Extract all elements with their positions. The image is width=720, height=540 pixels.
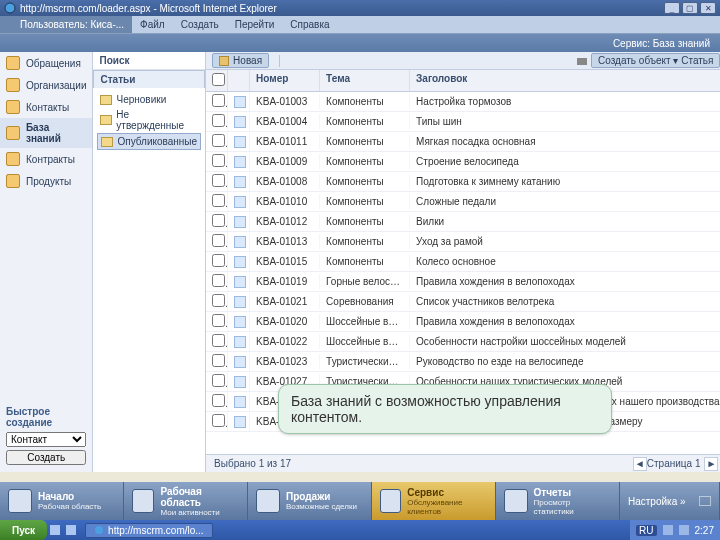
close-button[interactable]: ✕ bbox=[700, 2, 716, 14]
tree-tab-search[interactable]: Поиск bbox=[93, 52, 205, 70]
table-row[interactable]: KBA-01004КомпонентыТипы шин bbox=[206, 112, 720, 132]
row-checkbox[interactable] bbox=[206, 292, 228, 311]
row-checkbox[interactable] bbox=[206, 312, 228, 331]
grid-header-topic[interactable]: Тема bbox=[320, 70, 410, 91]
menu-item[interactable]: Перейти bbox=[227, 19, 283, 30]
create-object-menu[interactable]: Создать объект ▾ Статья bbox=[591, 53, 720, 68]
module-tab[interactable]: ОтчетыПросмотр статистики bbox=[496, 482, 620, 520]
cell-topic: Компоненты bbox=[320, 174, 410, 189]
row-checkbox[interactable] bbox=[206, 332, 228, 351]
article-icon bbox=[234, 356, 246, 368]
table-row[interactable]: KBA-01011КомпонентыМягкая посадка основн… bbox=[206, 132, 720, 152]
grid-header-title[interactable]: Заголовок bbox=[410, 70, 720, 91]
cell-topic: Компоненты bbox=[320, 154, 410, 169]
quick-create-button[interactable]: Создать bbox=[6, 450, 86, 465]
row-checkbox[interactable] bbox=[206, 172, 228, 191]
grid-toolbar: Новая Создать объект ▾ Статья bbox=[206, 52, 720, 70]
cell-number: KBA-01020 bbox=[250, 314, 320, 329]
quick-create-select[interactable]: Контакт bbox=[6, 432, 86, 447]
new-article-button[interactable]: Новая bbox=[212, 53, 269, 68]
row-checkbox[interactable] bbox=[206, 372, 228, 391]
menu-item[interactable]: Создать bbox=[173, 19, 227, 30]
row-checkbox[interactable] bbox=[206, 232, 228, 251]
tree-tab-articles[interactable]: Статьи bbox=[93, 70, 205, 88]
row-checkbox[interactable] bbox=[206, 272, 228, 291]
svg-point-0 bbox=[5, 3, 15, 13]
language-indicator[interactable]: RU bbox=[636, 525, 656, 536]
leftnav-item[interactable]: База знаний bbox=[0, 118, 92, 148]
row-checkbox[interactable] bbox=[206, 132, 228, 151]
module-title: Начало bbox=[38, 491, 101, 502]
leftnav-item[interactable]: Продукты bbox=[0, 170, 92, 192]
cell-title: Подготовка к зимнему катанию bbox=[410, 174, 720, 189]
article-icon bbox=[234, 176, 246, 188]
leftnav-item[interactable]: Обращения bbox=[0, 52, 92, 74]
module-configure[interactable]: Настройка » bbox=[620, 482, 720, 520]
leftnav-item[interactable]: Контакты bbox=[0, 96, 92, 118]
page-prev-button[interactable]: ◄ bbox=[633, 457, 647, 471]
menu-item[interactable]: Справка bbox=[282, 19, 337, 30]
windows-taskbar: Пуск http://mscrm.com/lo... RU 2:27 bbox=[0, 520, 720, 540]
tree-node[interactable]: Черновики bbox=[97, 92, 201, 107]
page-next-button[interactable]: ► bbox=[704, 457, 718, 471]
table-row[interactable]: KBA-01021СоревнованияСписок участников в… bbox=[206, 292, 720, 312]
tray-icon[interactable] bbox=[679, 525, 689, 535]
cell-title: Правила хождения в велопоходах bbox=[410, 314, 720, 329]
svg-rect-5 bbox=[663, 525, 673, 535]
leftnav-item[interactable]: Организации bbox=[0, 74, 92, 96]
section-title: Сервис: База знаний bbox=[613, 38, 710, 49]
leftnav-label: База знаний bbox=[26, 122, 87, 144]
article-icon bbox=[234, 336, 246, 348]
table-row[interactable]: KBA-01008КомпонентыПодготовка к зимнему … bbox=[206, 172, 720, 192]
module-icon bbox=[504, 489, 528, 513]
row-checkbox[interactable] bbox=[206, 92, 228, 111]
table-row[interactable]: KBA-01019Горные велосип...Правила хожден… bbox=[206, 272, 720, 292]
module-tab[interactable]: ПродажиВозможные сделки bbox=[248, 482, 372, 520]
module-tab[interactable]: СервисОбслуживание клиентов bbox=[372, 482, 496, 520]
grid-header-checkbox[interactable] bbox=[206, 70, 228, 91]
menu-item[interactable]: Файл bbox=[132, 19, 173, 30]
row-checkbox[interactable] bbox=[206, 352, 228, 371]
cell-title: Список участников велотрека bbox=[410, 294, 720, 309]
start-button[interactable]: Пуск bbox=[0, 520, 47, 540]
folder-icon bbox=[6, 56, 20, 70]
quick-create-header: Быстрое создание bbox=[6, 406, 86, 428]
row-checkbox[interactable] bbox=[206, 252, 228, 271]
row-checkbox[interactable] bbox=[206, 192, 228, 211]
cell-title: Руководство по езде на велосипеде bbox=[410, 354, 720, 369]
row-checkbox[interactable] bbox=[206, 392, 228, 411]
module-tab[interactable]: Рабочая областьМои активности bbox=[124, 482, 248, 520]
tray-icon[interactable] bbox=[663, 525, 673, 535]
row-checkbox[interactable] bbox=[206, 152, 228, 171]
table-row[interactable]: KBA-01012КомпонентыВилки bbox=[206, 212, 720, 232]
grid-header-num[interactable]: Номер bbox=[250, 70, 320, 91]
table-row[interactable]: KBA-01003КомпонентыНастройка тормозов bbox=[206, 92, 720, 112]
tree-node[interactable]: Не утвержденные bbox=[97, 107, 201, 133]
row-checkbox[interactable] bbox=[206, 212, 228, 231]
tree-node-label: Опубликованные bbox=[117, 136, 197, 147]
table-row[interactable]: KBA-01013КомпонентыУход за рамой bbox=[206, 232, 720, 252]
table-row[interactable]: KBA-01020Шоссейные вело...Правила хожден… bbox=[206, 312, 720, 332]
minimize-button[interactable]: _ bbox=[664, 2, 680, 14]
row-checkbox[interactable] bbox=[206, 412, 228, 431]
quicklaunch-icon[interactable] bbox=[66, 525, 76, 535]
table-row[interactable]: KBA-01009КомпонентыСтроение велосипеда bbox=[206, 152, 720, 172]
leftnav-item[interactable]: Контракты bbox=[0, 148, 92, 170]
row-checkbox[interactable] bbox=[206, 112, 228, 131]
print-icon[interactable] bbox=[577, 56, 587, 66]
table-row[interactable]: KBA-01015КомпонентыКолесо основное bbox=[206, 252, 720, 272]
tree-node[interactable]: Опубликованные bbox=[97, 133, 201, 150]
article-icon bbox=[234, 116, 246, 128]
cell-topic: Шоссейные вело... bbox=[320, 314, 410, 329]
table-row[interactable]: KBA-01023Туристические в...Руководство п… bbox=[206, 352, 720, 372]
taskbar-item-ie[interactable]: http://mscrm.com/lo... bbox=[85, 523, 213, 538]
article-icon bbox=[234, 316, 246, 328]
cell-number: KBA-01008 bbox=[250, 174, 320, 189]
table-row[interactable]: KBA-01010КомпонентыСложные педали bbox=[206, 192, 720, 212]
module-tab[interactable]: НачалоРабочая область bbox=[0, 482, 124, 520]
leftnav-label: Продукты bbox=[26, 176, 71, 187]
table-row[interactable]: KBA-01022Шоссейные вело...Особенности на… bbox=[206, 332, 720, 352]
maximize-button[interactable]: ▢ bbox=[682, 2, 698, 14]
leftnav-label: Обращения bbox=[26, 58, 81, 69]
quicklaunch-icon[interactable] bbox=[50, 525, 60, 535]
